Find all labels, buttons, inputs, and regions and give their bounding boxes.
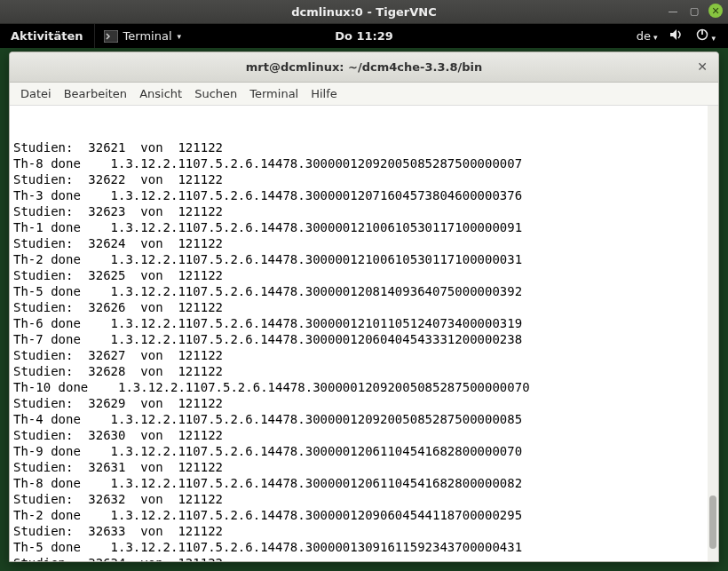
terminal-line: Studien: 32622 von 121122 [13,171,715,187]
terminal-line: Th-5 done 1.3.12.2.1107.5.2.6.14478.3000… [13,283,715,299]
gnome-topbar: Aktivitäten Terminal ▾ Do 11:29 de▾ ▾ [0,24,728,48]
terminal-line: Studien: 32627 von 121122 [13,347,715,363]
terminal-line: Th-4 done 1.3.12.2.1107.5.2.6.14478.3000… [13,411,715,427]
menu-terminal[interactable]: Terminal [249,87,298,100]
app-menu[interactable]: Terminal ▾ [95,24,190,48]
terminal-line: Th-9 done 1.3.12.2.1107.5.2.6.14478.3000… [13,443,715,459]
topbar-status: de▾ ▾ [637,28,728,44]
terminal-output: Studien: 32621 von 121122Th-8 done 1.3.1… [13,139,715,561]
terminal-line: Th-2 done 1.3.12.2.1107.5.2.6.14478.3000… [13,251,715,267]
terminal-titlebar: mrt@dcmlinux: ~/dcm4che-3.3.8/bin ✕ [10,52,718,83]
close-icon[interactable]: ✕ [708,4,723,18]
minimize-icon[interactable]: — [666,4,680,18]
terminal-menubar: Datei Bearbeiten Ansicht Suchen Terminal… [10,83,718,106]
terminal-body[interactable]: Studien: 32621 von 121122Th-8 done 1.3.1… [10,106,718,561]
terminal-line: Studien: 32630 von 121122 [13,427,715,443]
terminal-line: Th-8 done 1.3.12.2.1107.5.2.6.14478.3000… [13,155,715,171]
clock-label: Do 11:29 [335,29,393,43]
terminal-line: Studien: 32629 von 121122 [13,395,715,411]
volume-icon[interactable] [669,28,684,44]
svg-rect-0 [104,30,118,43]
terminal-line: Studien: 32626 von 121122 [13,299,715,315]
terminal-line: Th-10 done 1.3.12.2.1107.5.2.6.14478.300… [13,379,715,395]
menu-search[interactable]: Suchen [194,87,237,100]
terminal-line: Th-6 done 1.3.12.2.1107.5.2.6.14478.3000… [13,315,715,331]
terminal-line: Studien: 32621 von 121122 [13,139,715,155]
app-menu-label: Terminal [123,29,172,43]
maximize-icon[interactable]: ▢ [687,4,701,18]
terminal-title: mrt@dcmlinux: ~/dcm4che-3.3.8/bin [246,60,482,74]
activities-label: Aktivitäten [11,29,83,43]
terminal-line: Studien: 32634 von 121122 [13,555,715,561]
terminal-line: Studien: 32625 von 121122 [13,267,715,283]
terminal-line: Studien: 32633 von 121122 [13,523,715,539]
scrollbar-thumb[interactable] [709,496,716,549]
vnc-window-controls: — ▢ ✕ [666,4,723,18]
terminal-line: Studien: 32623 von 121122 [13,203,715,219]
terminal-line: Th-2 done 1.3.12.2.1107.5.2.6.14478.3000… [13,507,715,523]
menu-edit[interactable]: Bearbeiten [64,87,127,100]
terminal-line: Studien: 32628 von 121122 [13,363,715,379]
vnc-title: dcmlinux:0 - TigerVNC [291,5,436,19]
menu-file[interactable]: Datei [20,87,51,100]
terminal-line: Th-8 done 1.3.12.2.1107.5.2.6.14478.3000… [13,475,715,491]
clock[interactable]: Do 11:29 [335,29,393,43]
terminal-scrollbar[interactable] [708,106,718,561]
chevron-down-icon: ▾ [653,33,658,42]
terminal-line: Studien: 32631 von 121122 [13,459,715,475]
keyboard-layout-indicator[interactable]: de▾ [637,29,658,43]
terminal-app-icon [104,30,118,43]
chevron-down-icon: ▾ [178,32,182,41]
keyboard-layout-label: de [637,29,651,43]
menu-view[interactable]: Ansicht [139,87,182,100]
close-icon[interactable]: ✕ [695,59,709,74]
terminal-line: Th-7 done 1.3.12.2.1107.5.2.6.14478.3000… [13,331,715,347]
chevron-down-icon: ▾ [711,34,716,43]
terminal-line: Studien: 32632 von 121122 [13,491,715,507]
menu-help[interactable]: Hilfe [311,87,337,100]
terminal-line: Th-3 done 1.3.12.2.1107.5.2.6.14478.3000… [13,187,715,203]
activities-button[interactable]: Aktivitäten [0,24,95,48]
terminal-line: Th-5 done 1.3.12.2.1107.5.2.6.14478.3000… [13,539,715,555]
terminal-window: mrt@dcmlinux: ~/dcm4che-3.3.8/bin ✕ Date… [9,52,719,562]
vnc-titlebar: dcmlinux:0 - TigerVNC — ▢ ✕ [0,0,728,24]
power-icon[interactable]: ▾ [696,28,716,44]
terminal-line: Studien: 32624 von 121122 [13,235,715,251]
terminal-line: Th-1 done 1.3.12.2.1107.5.2.6.14478.3000… [13,219,715,235]
